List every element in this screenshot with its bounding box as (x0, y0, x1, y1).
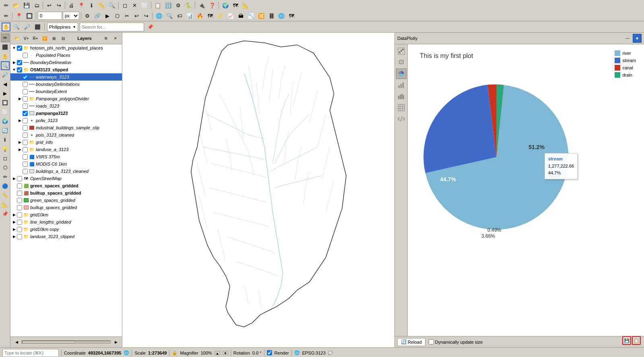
dataplotly-minimize-btn[interactable]: — (623, 34, 632, 43)
layer-modis-check[interactable] (23, 162, 28, 167)
zoom-area-btn[interactable]: 🔍 (107, 1, 117, 10)
redo-btn[interactable]: ↪ (54, 1, 63, 10)
identify-tool[interactable]: ℹ (1, 135, 10, 144)
layer-osm2-check[interactable] (17, 176, 22, 181)
help-btn[interactable]: ❓ (207, 1, 217, 10)
layer-ll-check[interactable] (17, 220, 22, 225)
feature-action-btn[interactable]: ▶ (103, 11, 112, 20)
layer-osm-check[interactable] (17, 67, 22, 73)
layer-landuse[interactable]: ▶ 📁 landuse_a_3123 (10, 146, 122, 153)
touch-zoom-tool[interactable]: ✏ (1, 33, 10, 42)
layer-hotosm[interactable]: ▼ 📁 hotosm_phl_north_populated_places (10, 44, 122, 52)
split-feat-btn[interactable]: ✂ (122, 11, 131, 20)
layer-pofw[interactable]: ▶ ● pofw_3123 (10, 117, 122, 124)
dp-dynamic-update-check[interactable] (429, 339, 434, 345)
pan-map-btn[interactable]: ✋ (2, 23, 10, 31)
dp-scatter-btn[interactable] (396, 46, 407, 56)
layer-builtup1[interactable]: 🟫 builtup_spaces_gridded (10, 189, 122, 197)
toggle-edit-btn[interactable]: ✏ (2, 11, 10, 20)
layer-green1-check[interactable] (17, 183, 22, 189)
layer-pois[interactable]: ● pois_3123_cleaned (10, 131, 122, 139)
feature-info-tool[interactable]: 💡 (1, 145, 10, 154)
deselect-btn[interactable]: ✕ (130, 1, 139, 10)
snap-btn[interactable]: 🔲 (25, 11, 34, 20)
status-messages-btn[interactable]: 💬 (328, 351, 332, 355)
measure-area-tool[interactable]: 📐 (1, 200, 10, 209)
layer-boundary-del[interactable]: ▶ BoundaryDelineation (10, 59, 122, 66)
layer-grid-info[interactable]: ▶ 📁 grid_info (10, 139, 122, 146)
wms-btn[interactable]: 🗺 (231, 1, 240, 10)
layer-populated[interactable]: · Populated Places (10, 52, 122, 59)
terrain-btn[interactable]: 🏔 (236, 11, 245, 20)
expand-all-btn[interactable]: ⊞ (50, 34, 58, 43)
tile-btn[interactable]: 📐 (241, 1, 250, 10)
annotation-tool[interactable]: 📌 (1, 210, 10, 218)
zoom-next-tool[interactable]: ▶ (1, 89, 10, 98)
dp-save-plot-btn[interactable]: 💾 (622, 336, 631, 345)
layer-landuse-clip[interactable]: ▶ 📁 landuse_3123_clipped (10, 233, 122, 240)
layer-grid-check[interactable] (23, 140, 28, 145)
invert-select-btn[interactable]: ⬜ (140, 1, 149, 10)
open-btn[interactable]: 📂 (11, 1, 21, 10)
layer-green-gridded2[interactable]: green_spaces_gridded (10, 197, 122, 204)
dp-bar-btn[interactable] (396, 80, 407, 90)
layer-builtup1-check[interactable] (17, 191, 22, 196)
dp-copy-plot-btn[interactable]: 📋 (632, 336, 641, 345)
layer-bext[interactable]: boundaryExtent (10, 88, 122, 95)
zoom-last-tool[interactable]: ◀ (1, 80, 10, 89)
dp-table-btn[interactable] (396, 102, 407, 113)
zoom-layer-tool[interactable]: 🔲 (1, 98, 10, 107)
layer-bldg-check[interactable] (23, 169, 28, 174)
zoom-selection-tool[interactable]: ⬜ (1, 108, 10, 116)
layer-osm3123[interactable]: ▼ 📁 OSM3123_clipped (10, 66, 122, 73)
bookmark-btn[interactable]: 📌 (146, 23, 155, 31)
layers-hscroll[interactable] (22, 340, 111, 344)
select-btn[interactable]: ◻ (120, 1, 129, 10)
pan-tool[interactable]: ✋ (1, 52, 10, 61)
dp-pie-btn[interactable] (396, 68, 407, 79)
render-check[interactable] (267, 350, 272, 355)
map-tips-btn[interactable]: 📍 (76, 1, 86, 10)
orstools-btn[interactable]: 🛤 (267, 11, 276, 20)
layer-pampanga-poly[interactable]: ▶ 📁 Pampanga_polygonDivider (10, 95, 122, 102)
new-project-btn[interactable]: ✏ (2, 1, 10, 10)
layer-populated-check[interactable] (23, 53, 28, 58)
osm-btn[interactable]: 🌍 (221, 1, 230, 10)
add-vector-btn[interactable]: V+ (22, 34, 31, 43)
layer-viirs[interactable]: 🟦 VIIRS 375m (10, 153, 122, 160)
qgis2web-btn[interactable]: 🌐 (277, 11, 286, 20)
magnifier-down-btn[interactable]: ▼ (223, 351, 228, 355)
plugins-btn[interactable]: 🔌 (197, 1, 206, 10)
layer-roads[interactable]: roads_3123 (10, 102, 122, 110)
layer-osm[interactable]: ▶ 🗺 OpenStreetMap (10, 175, 122, 182)
layer-line-lengths[interactable]: ▶ 📁 line_lengths_gridded (10, 218, 122, 226)
action-btn[interactable]: ⚡ (215, 11, 225, 20)
layer-bdel-check[interactable] (23, 82, 28, 87)
save-btn[interactable]: 💾 (22, 1, 31, 10)
reshape-btn[interactable]: ↩ (132, 11, 141, 20)
map-canvas[interactable] (122, 33, 394, 347)
value-map-btn[interactable]: 🗺 (206, 11, 215, 20)
add-raster-btn[interactable]: R+ (31, 34, 40, 43)
select-poly-tool[interactable]: ⬡ (1, 163, 10, 172)
print-btn[interactable]: 🖨 (67, 1, 76, 10)
save-as-btn[interactable]: 🗂 (32, 1, 41, 10)
layer-g10-check[interactable] (17, 212, 22, 218)
layer-grid10km-copy[interactable]: ▶ 📁 grid10km copy (10, 226, 122, 233)
python-btn[interactable]: 🐍 (184, 1, 193, 10)
dataplotly-maximize-btn[interactable]: ■ (633, 34, 642, 43)
profile-btn[interactable]: 📉 (246, 11, 256, 20)
layer-buildings-a[interactable]: buildings_a_3123_cleaned (10, 168, 122, 175)
layers-close-btn[interactable]: ✕ (111, 34, 120, 43)
heatmap-btn[interactable]: 🔥 (195, 11, 205, 20)
rotate-feat-btn[interactable]: ↪ (142, 11, 151, 20)
undo-btn[interactable]: ↩ (45, 1, 54, 10)
layer-ppoly-check[interactable] (23, 96, 28, 102)
layer-pamp-check[interactable] (23, 111, 28, 116)
zoomout-tool[interactable]: 🔎 (1, 71, 10, 79)
layer-waterways[interactable]: waterways_3123 (10, 73, 122, 81)
layer-pofw-check[interactable] (23, 118, 28, 123)
digitize-btn[interactable]: 📍 (14, 11, 24, 20)
layer-green2-check[interactable] (17, 198, 22, 203)
layer-boundary-check[interactable] (17, 60, 22, 65)
